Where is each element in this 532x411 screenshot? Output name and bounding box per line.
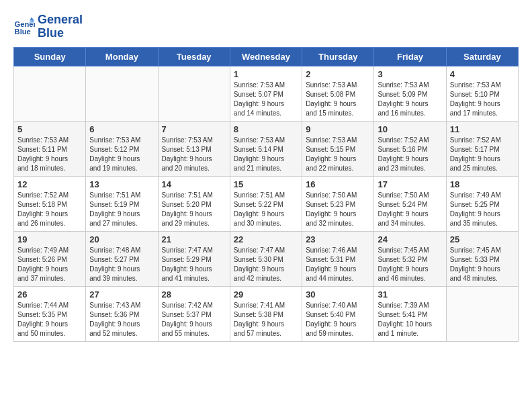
week-row-2: 5Sunrise: 7:53 AM Sunset: 5:11 PM Daylig… [14, 121, 519, 176]
calendar-cell: 30Sunrise: 7:40 AM Sunset: 5:40 PM Dayli… [302, 286, 374, 341]
calendar-cell: 29Sunrise: 7:41 AM Sunset: 5:38 PM Dayli… [230, 286, 302, 341]
calendar-cell: 4Sunrise: 7:53 AM Sunset: 5:10 PM Daylig… [446, 66, 518, 121]
day-number: 17 [378, 179, 442, 189]
calendar-cell: 3Sunrise: 7:53 AM Sunset: 5:09 PM Daylig… [374, 66, 446, 121]
cell-content: Sunrise: 7:53 AM Sunset: 5:09 PM Dayligh… [378, 81, 442, 118]
day-number: 10 [378, 124, 442, 134]
calendar-cell [14, 66, 86, 121]
calendar-cell: 6Sunrise: 7:53 AM Sunset: 5:12 PM Daylig… [86, 121, 158, 176]
cell-content: Sunrise: 7:46 AM Sunset: 5:31 PM Dayligh… [306, 246, 370, 283]
calendar-table: SundayMondayTuesdayWednesdayThursdayFrid… [13, 47, 519, 342]
day-number: 15 [234, 179, 298, 189]
calendar-cell: 24Sunrise: 7:45 AM Sunset: 5:32 PM Dayli… [374, 231, 446, 286]
logo-icon: General Blue [13, 16, 35, 38]
calendar-cell: 10Sunrise: 7:52 AM Sunset: 5:16 PM Dayli… [374, 121, 446, 176]
cell-content: Sunrise: 7:49 AM Sunset: 5:25 PM Dayligh… [450, 191, 515, 228]
day-number: 29 [234, 289, 298, 300]
calendar-cell: 19Sunrise: 7:49 AM Sunset: 5:26 PM Dayli… [14, 231, 86, 286]
calendar-cell: 11Sunrise: 7:52 AM Sunset: 5:17 PM Dayli… [446, 121, 518, 176]
cell-content: Sunrise: 7:53 AM Sunset: 5:13 PM Dayligh… [162, 136, 226, 173]
cell-content: Sunrise: 7:51 AM Sunset: 5:22 PM Dayligh… [234, 191, 298, 228]
calendar-body: 1Sunrise: 7:53 AM Sunset: 5:07 PM Daylig… [14, 66, 519, 341]
calendar-cell: 14Sunrise: 7:51 AM Sunset: 5:20 PM Dayli… [158, 176, 230, 231]
calendar-cell: 1Sunrise: 7:53 AM Sunset: 5:07 PM Daylig… [230, 66, 302, 121]
calendar-cell: 28Sunrise: 7:42 AM Sunset: 5:37 PM Dayli… [158, 286, 230, 341]
day-number: 2 [306, 69, 370, 79]
cell-content: Sunrise: 7:47 AM Sunset: 5:30 PM Dayligh… [234, 246, 298, 283]
cell-content: Sunrise: 7:39 AM Sunset: 5:41 PM Dayligh… [378, 301, 442, 338]
day-number: 26 [17, 289, 82, 300]
day-header-sunday: Sunday [14, 47, 86, 66]
calendar-cell: 9Sunrise: 7:53 AM Sunset: 5:15 PM Daylig… [302, 121, 374, 176]
week-row-3: 12Sunrise: 7:52 AM Sunset: 5:18 PM Dayli… [14, 176, 519, 231]
calendar-cell: 25Sunrise: 7:45 AM Sunset: 5:33 PM Dayli… [446, 231, 518, 286]
cell-content: Sunrise: 7:48 AM Sunset: 5:27 PM Dayligh… [89, 246, 154, 283]
header-row: SundayMondayTuesdayWednesdayThursdayFrid… [14, 47, 519, 66]
day-number: 6 [89, 124, 154, 134]
calendar-cell: 27Sunrise: 7:43 AM Sunset: 5:36 PM Dayli… [86, 286, 158, 341]
calendar-cell [86, 66, 158, 121]
calendar-cell: 20Sunrise: 7:48 AM Sunset: 5:27 PM Dayli… [86, 231, 158, 286]
calendar-cell [446, 286, 518, 341]
day-number: 16 [306, 179, 370, 189]
cell-content: Sunrise: 7:51 AM Sunset: 5:20 PM Dayligh… [162, 191, 226, 228]
day-number: 11 [450, 124, 515, 134]
cell-content: Sunrise: 7:45 AM Sunset: 5:32 PM Dayligh… [378, 246, 442, 283]
day-number: 14 [162, 179, 226, 189]
calendar-cell: 18Sunrise: 7:49 AM Sunset: 5:25 PM Dayli… [446, 176, 518, 231]
day-number: 20 [89, 234, 154, 244]
day-header-tuesday: Tuesday [158, 47, 230, 66]
svg-text:Blue: Blue [15, 28, 31, 36]
cell-content: Sunrise: 7:51 AM Sunset: 5:19 PM Dayligh… [89, 191, 154, 228]
day-number: 31 [378, 289, 442, 300]
day-number: 1 [234, 69, 298, 79]
cell-content: Sunrise: 7:53 AM Sunset: 5:07 PM Dayligh… [234, 81, 298, 118]
cell-content: Sunrise: 7:42 AM Sunset: 5:37 PM Dayligh… [162, 301, 226, 338]
cell-content: Sunrise: 7:40 AM Sunset: 5:40 PM Dayligh… [306, 301, 370, 338]
day-header-monday: Monday [86, 47, 158, 66]
day-number: 28 [162, 289, 226, 300]
cell-content: Sunrise: 7:41 AM Sunset: 5:38 PM Dayligh… [234, 301, 298, 338]
calendar-cell: 21Sunrise: 7:47 AM Sunset: 5:29 PM Dayli… [158, 231, 230, 286]
cell-content: Sunrise: 7:53 AM Sunset: 5:12 PM Dayligh… [89, 136, 154, 173]
calendar-cell: 17Sunrise: 7:50 AM Sunset: 5:24 PM Dayli… [374, 176, 446, 231]
day-number: 22 [234, 234, 298, 244]
calendar-cell [158, 66, 230, 121]
cell-content: Sunrise: 7:53 AM Sunset: 5:11 PM Dayligh… [17, 136, 82, 173]
logo-text: General Blue [38, 13, 83, 40]
day-number: 23 [306, 234, 370, 244]
calendar-cell: 12Sunrise: 7:52 AM Sunset: 5:18 PM Dayli… [14, 176, 86, 231]
cell-content: Sunrise: 7:53 AM Sunset: 5:15 PM Dayligh… [306, 136, 370, 173]
day-header-wednesday: Wednesday [230, 47, 302, 66]
page-header: General Blue General Blue [13, 13, 519, 40]
day-number: 4 [450, 69, 515, 79]
day-number: 24 [378, 234, 442, 244]
cell-content: Sunrise: 7:43 AM Sunset: 5:36 PM Dayligh… [89, 301, 154, 338]
cell-content: Sunrise: 7:52 AM Sunset: 5:17 PM Dayligh… [450, 136, 515, 173]
cell-content: Sunrise: 7:53 AM Sunset: 5:14 PM Dayligh… [234, 136, 298, 173]
cell-content: Sunrise: 7:53 AM Sunset: 5:10 PM Dayligh… [450, 81, 515, 118]
week-row-4: 19Sunrise: 7:49 AM Sunset: 5:26 PM Dayli… [14, 231, 519, 286]
calendar-cell: 22Sunrise: 7:47 AM Sunset: 5:30 PM Dayli… [230, 231, 302, 286]
calendar-cell: 23Sunrise: 7:46 AM Sunset: 5:31 PM Dayli… [302, 231, 374, 286]
day-number: 3 [378, 69, 442, 79]
cell-content: Sunrise: 7:47 AM Sunset: 5:29 PM Dayligh… [162, 246, 226, 283]
calendar-cell: 16Sunrise: 7:50 AM Sunset: 5:23 PM Dayli… [302, 176, 374, 231]
day-number: 5 [17, 124, 82, 134]
calendar-cell: 13Sunrise: 7:51 AM Sunset: 5:19 PM Dayli… [86, 176, 158, 231]
calendar-header: SundayMondayTuesdayWednesdayThursdayFrid… [14, 47, 519, 66]
cell-content: Sunrise: 7:50 AM Sunset: 5:24 PM Dayligh… [378, 191, 442, 228]
calendar-cell: 31Sunrise: 7:39 AM Sunset: 5:41 PM Dayli… [374, 286, 446, 341]
day-number: 13 [89, 179, 154, 189]
day-number: 27 [89, 289, 154, 300]
cell-content: Sunrise: 7:49 AM Sunset: 5:26 PM Dayligh… [17, 246, 82, 283]
cell-content: Sunrise: 7:53 AM Sunset: 5:08 PM Dayligh… [306, 81, 370, 118]
day-number: 18 [450, 179, 515, 189]
calendar-cell: 2Sunrise: 7:53 AM Sunset: 5:08 PM Daylig… [302, 66, 374, 121]
cell-content: Sunrise: 7:50 AM Sunset: 5:23 PM Dayligh… [306, 191, 370, 228]
calendar-cell: 26Sunrise: 7:44 AM Sunset: 5:35 PM Dayli… [14, 286, 86, 341]
day-number: 9 [306, 124, 370, 134]
day-number: 30 [306, 289, 370, 300]
day-number: 25 [450, 234, 515, 244]
day-number: 8 [234, 124, 298, 134]
